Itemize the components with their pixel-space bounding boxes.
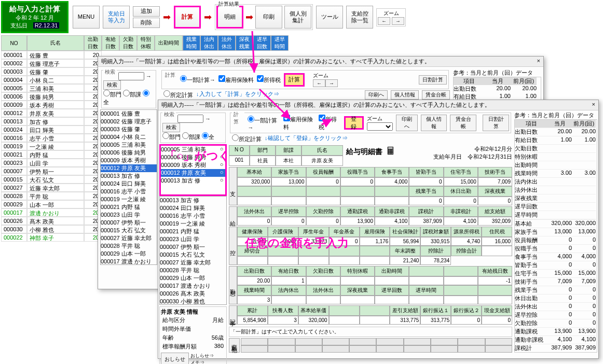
row-id[interactable]: 000022 xyxy=(1,233,27,242)
slip-value[interactable] xyxy=(444,296,478,304)
slip-value[interactable] xyxy=(306,276,340,285)
row-name[interactable]: 一之瀬 綾 xyxy=(27,142,84,150)
row-id[interactable]: 000029 xyxy=(1,200,27,208)
list-item[interactable]: 000024 田口 輝美 xyxy=(101,180,157,188)
list-item[interactable]: 000006 後藤 純男 xyxy=(101,149,157,157)
slip-value[interactable]: -1 xyxy=(478,276,512,285)
slip-value[interactable] xyxy=(409,276,443,285)
slip-value[interactable]: 0 xyxy=(237,217,271,226)
list-item[interactable]: 000021 内野 猛 xyxy=(160,228,226,235)
list-item[interactable]: 000023 山田 学 xyxy=(160,235,226,243)
slip-value[interactable] xyxy=(237,256,268,265)
row-name[interactable]: 平井 聡 xyxy=(27,192,84,200)
slip-value[interactable]: 13,900 xyxy=(340,217,375,226)
list-item[interactable]: 000004 小林 良二 xyxy=(101,133,157,141)
close-icon[interactable]: × xyxy=(592,101,595,109)
slip-value[interactable] xyxy=(409,296,443,304)
slip-value[interactable]: 7,009 xyxy=(478,177,512,186)
slip-value[interactable]: 20.00 xyxy=(237,276,271,285)
row-name[interactable]: 井原 友美 xyxy=(27,109,84,117)
col-8[interactable]: 法内 休出 xyxy=(200,35,218,51)
row-id[interactable]: 000002 xyxy=(1,59,27,67)
row-id[interactable]: 000024 xyxy=(1,125,27,134)
slip-value[interactable] xyxy=(340,197,375,205)
slip-value[interactable]: 4,740 xyxy=(451,237,482,246)
col-6[interactable]: 出勤時間 xyxy=(155,35,183,51)
slip-value[interactable] xyxy=(271,296,306,304)
list-item[interactable]: 000016 志平 小雪 xyxy=(101,188,157,195)
col-5[interactable]: 特別 休暇 xyxy=(137,35,155,51)
slip-value[interactable]: 0 xyxy=(444,197,478,205)
oshirase-btn[interactable]: おしらせ xyxy=(161,353,189,364)
list-item[interactable]: 000013 加古 修○ xyxy=(161,177,225,185)
calculator-icon[interactable]: 🖩 xyxy=(386,145,396,166)
list-item[interactable]: 000029 山本 一郎 xyxy=(160,274,226,282)
slip-value[interactable] xyxy=(329,256,360,265)
close-icon[interactable]: × xyxy=(537,58,540,65)
list-item[interactable]: 000005 三浦 和美 xyxy=(101,141,157,149)
col-9[interactable]: 法外 休出 xyxy=(218,35,236,51)
slip-value[interactable]: 5,854,908 xyxy=(237,316,268,325)
row-name[interactable]: 後藤 純男 xyxy=(27,92,84,101)
slip-value[interactable]: 3 xyxy=(237,296,271,304)
nikkei-btn[interactable]: 日割計算 xyxy=(419,75,447,85)
slip-value[interactable]: 0 xyxy=(451,316,482,325)
row-id[interactable]: 000006 xyxy=(1,92,27,101)
zoom-right[interactable]: → xyxy=(392,17,404,25)
col-2[interactable]: 出勤 日数 xyxy=(84,35,102,51)
row-name[interactable]: 大石 弘文 xyxy=(27,175,84,184)
row-name[interactable]: 加古 修 xyxy=(27,117,84,125)
slip-value[interactable]: 1,176 xyxy=(360,237,390,246)
col-3[interactable]: 有給 日数 xyxy=(102,35,119,51)
search-input-2[interactable] xyxy=(177,115,203,123)
row-id[interactable]: 000021 xyxy=(1,150,27,159)
search-input[interactable] xyxy=(118,72,144,80)
row-id[interactable]: 000012 xyxy=(1,109,27,117)
slip-value[interactable]: 392,009 xyxy=(478,217,512,226)
tool-button[interactable]: ツール xyxy=(316,6,343,29)
slip-value[interactable] xyxy=(237,197,271,205)
list-item[interactable]: 000028 平井 聡 xyxy=(160,267,226,274)
slip-value[interactable]: 0 xyxy=(306,177,340,186)
col-4[interactable]: 欠勤 日数 xyxy=(119,35,137,51)
col-0[interactable]: NO xyxy=(1,35,27,51)
slip-value[interactable]: 0 xyxy=(340,177,375,186)
list-item[interactable]: 000029 山本 一郎 xyxy=(101,250,157,258)
row-name[interactable]: 近藤 幸太郎 xyxy=(27,184,84,192)
list-item[interactable]: 000019 一之瀬 綾 xyxy=(101,195,157,203)
slip-value[interactable]: 0 xyxy=(409,177,443,186)
row-name[interactable]: 佐藤 理恵子 xyxy=(27,59,84,67)
row-id[interactable]: 000023 xyxy=(1,159,27,167)
list-item[interactable]: 000021 内野 猛 xyxy=(101,203,157,211)
print-button[interactable]: 印刷 xyxy=(255,6,282,29)
slip-value[interactable]: 330,915 xyxy=(420,237,451,246)
slip-value[interactable]: 78,234 xyxy=(420,256,451,265)
slip-value[interactable] xyxy=(268,256,298,265)
list-item[interactable]: 000023 山田 学 xyxy=(101,211,157,219)
row-id[interactable]: 000027 xyxy=(1,184,27,192)
slip-value[interactable]: 320,000 xyxy=(298,316,329,325)
list-item[interactable]: 000012 井原 友美 xyxy=(101,164,157,172)
slip-value[interactable] xyxy=(329,316,360,325)
row-id[interactable]: 000003 xyxy=(1,67,27,76)
row-name[interactable]: 髙木 政美 xyxy=(27,217,84,225)
row-id[interactable]: 000013 xyxy=(1,117,27,125)
col-12[interactable]: 遅早 時間 xyxy=(271,35,289,51)
row-id[interactable]: 000028 xyxy=(1,192,27,200)
slip-value[interactable] xyxy=(482,246,512,256)
col-1[interactable]: 氏名 xyxy=(27,35,84,51)
row-id[interactable]: 000030 xyxy=(1,225,27,233)
shikyu-button[interactable]: 支給日 等入力 xyxy=(103,6,130,29)
slip-value[interactable] xyxy=(306,197,340,205)
kojo-button[interactable]: 支給控 除一覧 xyxy=(346,6,373,29)
row-name[interactable]: 伊勢 順一 xyxy=(27,167,84,175)
slip-value[interactable]: 4,000 xyxy=(375,177,409,186)
calc-button[interactable]: 計算 xyxy=(174,6,201,29)
list-item[interactable]: 000030 小柳 雅也 xyxy=(160,298,226,305)
search-btn[interactable]: 検索 xyxy=(103,80,121,90)
row-name[interactable]: 志平 小雪 xyxy=(27,134,84,142)
row-name[interactable]: 渡邊 かおり xyxy=(27,208,84,217)
slip-value[interactable]: 13,000 xyxy=(271,177,306,186)
row-name[interactable]: 佐藤 肇 xyxy=(27,67,84,76)
row-name[interactable]: 田口 輝美 xyxy=(27,125,84,134)
